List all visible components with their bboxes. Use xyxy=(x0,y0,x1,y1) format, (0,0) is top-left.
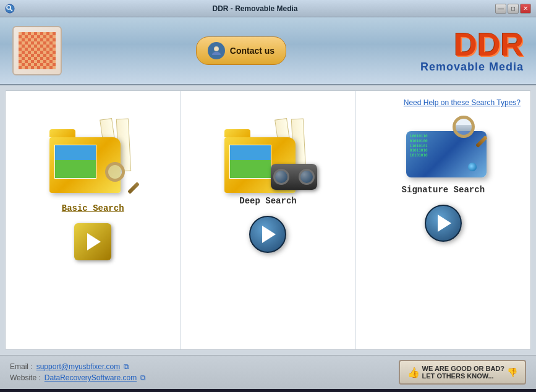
logo-pattern xyxy=(19,32,56,69)
brand-section: DDR Removable Media xyxy=(420,28,524,74)
footer: Email : support@myusbfixer.com ⧉ Website… xyxy=(0,355,536,389)
website-link[interactable]: DataRecoverySoftware.com xyxy=(45,373,137,382)
basic-search-label: Basic Search xyxy=(62,203,124,213)
header: Contact us DDR Removable Media xyxy=(0,17,536,85)
feedback-label: WE ARE GOOD OR BAD? xyxy=(422,365,504,372)
signature-search-play-button[interactable] xyxy=(425,205,462,242)
contact-label: Contact us xyxy=(230,46,274,56)
close-button[interactable]: ✕ xyxy=(520,4,531,14)
app-icon xyxy=(5,4,15,14)
feedback-right-icon: 👎 xyxy=(507,367,517,377)
brand-ddr: DDR xyxy=(420,28,524,61)
deep-search-folder-icon xyxy=(221,116,314,196)
email-link[interactable]: support@myusbfixer.com xyxy=(36,362,121,371)
svg-point-4 xyxy=(215,47,218,51)
signature-search-item: 1001011001010100110101010101101010101010… xyxy=(356,91,530,349)
play-triangle-deep xyxy=(262,226,276,243)
signature-search-label: Signature Search xyxy=(402,185,485,195)
window-title: DDR - Removable Media xyxy=(15,4,495,13)
main-content: Need Help on these Search Types? xyxy=(5,90,531,350)
website-label: Website : xyxy=(10,373,41,382)
feedback-icon: 👍 xyxy=(407,367,420,378)
email-label: Email : xyxy=(10,362,33,371)
feedback-button[interactable]: 👍 WE ARE GOOD OR BAD? LET OTHERS KNOW...… xyxy=(399,360,526,385)
play-triangle-signature xyxy=(438,215,451,232)
brand-sub: Removable Media xyxy=(420,61,524,74)
deep-search-label: Deep Search xyxy=(239,196,296,206)
deep-search-play-button[interactable] xyxy=(249,216,286,253)
signature-search-drive-icon: 1001011001010100110101010101101010101010 xyxy=(400,116,487,177)
footer-links: Email : support@myusbfixer.com ⧉ Website… xyxy=(10,362,146,382)
contact-icon xyxy=(208,42,225,59)
play-triangle-basic xyxy=(87,233,101,250)
titlebar: DDR - Removable Media — □ ✕ xyxy=(0,0,536,17)
feedback-sub: LET OTHERS KNOW... xyxy=(422,372,504,380)
search-grid: Basic Search xyxy=(6,91,530,349)
deep-search-item: Deep Search xyxy=(181,91,355,349)
person-icon xyxy=(211,45,222,56)
app-logo xyxy=(12,26,62,75)
basic-search-item: Basic Search xyxy=(6,91,181,349)
website-external-icon: ⧉ xyxy=(140,373,146,382)
maximize-button[interactable]: □ xyxy=(508,4,519,14)
minimize-button[interactable]: — xyxy=(495,4,506,14)
basic-search-play-button[interactable] xyxy=(74,223,111,260)
basic-search-folder-icon xyxy=(46,116,139,196)
email-external-icon: ⧉ xyxy=(124,362,129,371)
contact-button[interactable]: Contact us xyxy=(196,36,286,65)
pro-banner: ProDataDoctor.com xyxy=(0,389,536,392)
